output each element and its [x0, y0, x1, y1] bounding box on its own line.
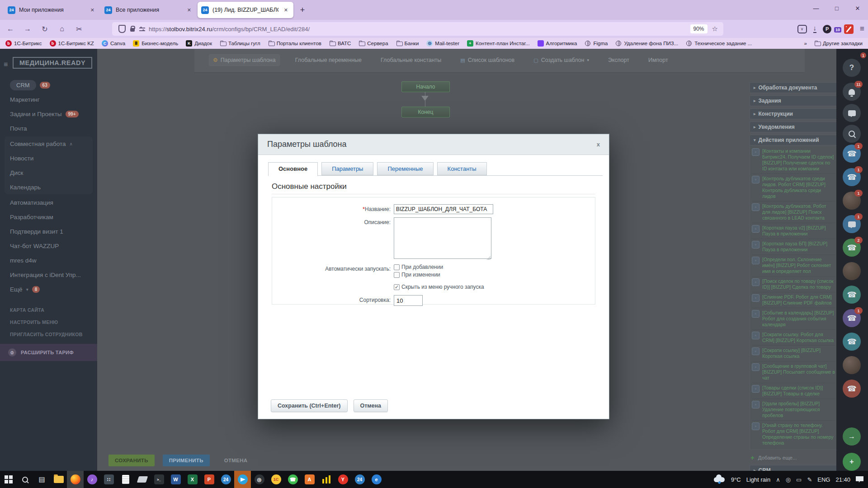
bookmark-item[interactable]: Алгоритмика: [538, 40, 577, 47]
sidebar-item[interactable]: Почта: [0, 121, 97, 136]
app-action-item[interactable]: ▫[Короткая пауза v2] [BIZZUP] Пауза в пр…: [752, 223, 835, 239]
bookmark-item[interactable]: +Контент-план Инстаг...: [467, 40, 530, 47]
minimize-button[interactable]: —: [806, 0, 826, 16]
forward-icon[interactable]: →: [21, 22, 34, 36]
bp-toolbar-item[interactable]: Глобальные константы: [377, 55, 445, 66]
app-action-item[interactable]: ▫[Контроль дубликатов. Робот для лидов] …: [752, 202, 835, 223]
bookmark-item[interactable]: ☸Mail-tester: [426, 40, 459, 47]
bookmark-item[interactable]: Банки: [396, 40, 419, 47]
weather-temp[interactable]: 9°C: [731, 476, 741, 483]
strip-avatar-icon[interactable]: [843, 262, 861, 280]
sidebar-item[interactable]: Чат-бот WAZZUP: [0, 239, 97, 253]
home-icon[interactable]: ⌂: [55, 22, 69, 36]
taskbar-autodesk-icon[interactable]: A: [301, 471, 318, 488]
panel-section[interactable]: ▸Обработка документа: [750, 82, 837, 93]
weather-desc[interactable]: Light rain: [746, 476, 770, 483]
taskbar-excel-icon[interactable]: X: [184, 471, 201, 488]
maximize-button[interactable]: □: [826, 0, 847, 16]
app-action-item[interactable]: ▫[Определи пол. Склонение имён] [BIZZUP]…: [752, 255, 835, 277]
taskbar-bitrix24-icon[interactable]: 24: [217, 471, 234, 488]
sidebar-item[interactable]: Диск: [5, 165, 93, 180]
permissions-icon[interactable]: [139, 27, 145, 31]
dialog-tab-параметры[interactable]: Параметры: [321, 162, 373, 175]
bookmark-item[interactable]: Порталы клиентов: [268, 40, 321, 47]
sidebar-item[interactable]: CRM63: [0, 78, 97, 92]
pocket-icon[interactable]: ∨: [797, 25, 807, 33]
panel-section[interactable]: ▸Конструкции: [750, 108, 837, 119]
taskbar-powerpoint-icon[interactable]: P: [201, 471, 217, 488]
tray-app-icon[interactable]: ◎: [786, 476, 791, 483]
sidebar-menu-icon[interactable]: ≡: [4, 61, 8, 69]
resize-grip-icon[interactable]: [486, 256, 491, 260]
taskbar-devices-icon[interactable]: ▤: [33, 471, 50, 488]
taskbar-explorer-icon[interactable]: [50, 471, 67, 488]
sidebar-item[interactable]: Новости: [5, 151, 93, 165]
notification-center-icon[interactable]: [856, 476, 863, 483]
browser-tab[interactable]: 24Мои приложения✕: [4, 2, 100, 18]
strip-bell-icon[interactable]: 11: [843, 83, 861, 101]
taskbar-calculator-icon[interactable]: ∷: [100, 471, 117, 488]
dialog-tab-основное[interactable]: Основное: [268, 162, 318, 176]
screenshot-icon[interactable]: ✂: [72, 22, 86, 36]
upgrade-plan-button[interactable]: ♔ РАСШИРИТЬ ТАРИФ: [0, 344, 97, 361]
browser-tab[interactable]: 24(19) Лид. BIZZUP_ШАБЛОН_ДЛ✕: [198, 2, 293, 18]
app-action-item[interactable]: ▫[Сократи ссылку] [BIZZUP] Короткая ссыл…: [752, 346, 835, 361]
app-action-item[interactable]: ▫[Товары сделки (список ID)] [BIZZUP] То…: [752, 383, 835, 399]
tray-chevron-icon[interactable]: ∧: [776, 476, 780, 483]
sidebar-item[interactable]: Ещё▾8: [0, 282, 97, 296]
taskbar-edge-icon[interactable]: e: [368, 471, 385, 488]
strip-phone-icon[interactable]: ☎1: [843, 145, 861, 163]
app-action-item[interactable]: ▫[Событие в календарь] [BIZZUP] Робот дл…: [752, 308, 835, 330]
strip-avatar-icon[interactable]: [843, 356, 861, 374]
add-more-action[interactable]: +Добавить еще...: [750, 450, 837, 465]
bookmark-item[interactable]: ВАТС: [329, 40, 351, 47]
sidebar-item[interactable]: Разработчикам: [0, 210, 97, 224]
browser-tab[interactable]: 24Все приложения✕: [101, 2, 197, 18]
reload-icon[interactable]: ↻: [38, 22, 52, 36]
panel-section[interactable]: ▸Уведомления: [750, 122, 837, 132]
bp-toolbar-item[interactable]: Импорт: [645, 55, 672, 66]
app-action-item[interactable]: ▫[Сократи ссылку. Робот для CRM] [BIZZUP…: [752, 330, 835, 346]
strip-phone-icon[interactable]: ☎: [843, 286, 861, 304]
workflow-end-node[interactable]: Конец: [401, 107, 450, 117]
strip-phone-icon[interactable]: ☎1: [843, 309, 861, 327]
network-icon[interactable]: ▭: [796, 476, 802, 483]
strip-search-icon[interactable]: [843, 125, 861, 143]
strip-phone-icon[interactable]: ☎1: [843, 168, 861, 186]
tab-close-icon[interactable]: ✕: [89, 6, 96, 14]
back-icon[interactable]: ←: [4, 22, 17, 36]
app-action-item[interactable]: ▫[Контакты и компании Битрикс24. Получае…: [752, 146, 835, 174]
workflow-start-node[interactable]: Начало: [401, 81, 450, 92]
cancel-button[interactable]: Отмена: [354, 399, 388, 412]
app-action-item[interactable]: ▫[Поиск сделок по товару (список ID)] [B…: [752, 277, 835, 292]
clock[interactable]: 21:40: [835, 476, 850, 483]
hide-checkbox[interactable]: ✓: [394, 284, 400, 290]
taskbar-music-icon[interactable]: ♪: [84, 471, 100, 488]
strip-phone-icon[interactable]: ☎: [843, 380, 861, 398]
bookmarks-overflow-icon[interactable]: »: [804, 41, 807, 46]
strip-help-icon[interactable]: ?: [843, 59, 861, 77]
sidebar-item[interactable]: Маркетинг: [0, 92, 97, 107]
app-action-item[interactable]: ▫[Узнай страну по телефону. Робот для CR…: [752, 421, 835, 448]
taskbar-obs-icon[interactable]: ◎: [251, 471, 268, 488]
dialog-tab-переменные[interactable]: Переменные: [377, 162, 433, 175]
save-button[interactable]: Сохранить (Ctrl+Enter): [271, 399, 348, 412]
new-tab-button[interactable]: +: [296, 3, 309, 17]
strip-plus-icon[interactable]: +: [843, 453, 861, 471]
description-textarea[interactable]: [394, 217, 491, 259]
bookmark-item[interactable]: CCanva: [102, 40, 125, 47]
taskbar-notepad-icon[interactable]: [117, 471, 134, 488]
downloads-icon[interactable]: ↓: [813, 25, 817, 33]
taskbar-yandex-icon[interactable]: Y: [335, 471, 351, 488]
taskbar-whatsapp-icon[interactable]: ☎: [284, 471, 301, 488]
other-bookmarks[interactable]: Другие закладки: [814, 40, 863, 47]
bp-toolbar-item[interactable]: Глобальные переменные: [292, 55, 365, 66]
taskbar-firefox-icon[interactable]: [67, 471, 84, 488]
strip-chat-icon[interactable]: [843, 104, 861, 122]
bookmark-item[interactable]: ⅢБизнес-модель: [133, 40, 178, 47]
bp-toolbar-item[interactable]: ▢Создать шаблон▾: [530, 55, 593, 66]
name-input[interactable]: [394, 204, 493, 214]
app-action-item[interactable]: ▫[Короткая пауза БП] [BIZZUP] Пауза в пр…: [752, 239, 835, 255]
применить-page-button[interactable]: ПРИМЕНИТЬ: [163, 455, 210, 466]
taskbar-search-icon[interactable]: [17, 471, 33, 488]
